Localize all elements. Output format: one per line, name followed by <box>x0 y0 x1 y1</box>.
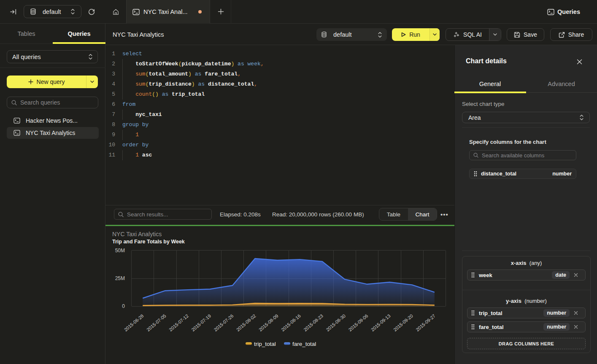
svg-text:2015-06-28: 2015-06-28 <box>123 313 145 332</box>
svg-text:2015-09-20: 2015-09-20 <box>392 313 414 332</box>
svg-text:2015-09-06: 2015-09-06 <box>348 313 369 332</box>
svg-text:0: 0 <box>122 303 125 309</box>
svg-text:2015-07-26: 2015-07-26 <box>213 313 235 332</box>
svg-text:2015-07-05: 2015-07-05 <box>146 313 167 332</box>
svg-text:2015-08-09: 2015-08-09 <box>258 313 279 332</box>
svg-text:2015-08-30: 2015-08-30 <box>325 313 346 332</box>
svg-text:50M: 50M <box>115 248 125 253</box>
svg-text:2015-09-13: 2015-09-13 <box>370 313 392 332</box>
svg-text:2015-07-12: 2015-07-12 <box>168 313 189 332</box>
svg-text:2015-08-23: 2015-08-23 <box>303 313 324 332</box>
svg-text:2015-07-19: 2015-07-19 <box>190 313 212 332</box>
svg-text:2015-09-27: 2015-09-27 <box>415 313 436 332</box>
svg-text:2015-08-02: 2015-08-02 <box>235 313 257 332</box>
svg-text:trip_total: trip_total <box>254 341 276 347</box>
svg-text:25M: 25M <box>115 275 125 281</box>
svg-text:fare_total: fare_total <box>292 341 316 347</box>
svg-text:2015-08-16: 2015-08-16 <box>280 313 302 332</box>
